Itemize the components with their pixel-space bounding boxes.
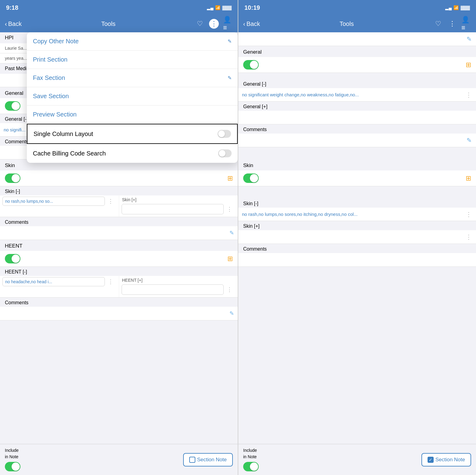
heent-toggle[interactable] [5,254,20,263]
right-nav-icons: ♡ ⋮ 👤≡ [433,19,471,29]
heent-neg-value: no headache,no head i... [2,277,105,286]
spacer-4 [238,186,476,192]
left-back-label[interactable]: Back [8,20,22,27]
right-status-bar: 10:19 ▂▄ 📶 ▓▓▓ [238,0,476,15]
spacer-2 [238,147,476,153]
right-include-toggle[interactable] [243,462,259,471]
dropdown-menu: Copy Other Note ✎ Print Section Fax Sect… [27,32,238,163]
right-general-org-icon[interactable]: ⊞ [466,61,471,69]
left-section-note-button[interactable]: Section Note [183,453,233,466]
right-general-neg-dots[interactable]: ⋮ [461,91,476,98]
heart-icon[interactable]: ♡ [195,19,205,29]
chevron-left-icon: ‹ [5,20,7,27]
skin-neg-label: Skin [-] [0,186,238,195]
right-skin-org-icon[interactable]: ⊞ [466,174,471,182]
heent-org-icon[interactable]: ⊞ [227,255,233,263]
skin-pos-dots[interactable]: ⋮ [224,206,235,212]
right-menu-dots-icon[interactable]: ⋮ [447,19,457,29]
comments-field-2[interactable]: ✎ [0,226,238,240]
right-nav-title: Tools [264,20,430,27]
right-general-toggle[interactable] [243,60,259,70]
right-heart-icon[interactable]: ♡ [433,19,443,29]
edit-pencil-2[interactable]: ✎ [226,230,238,236]
left-nav-bar: ‹ Back Tools ♡ ⋮ 👤≡ [0,15,238,32]
right-checkbox-icon: ✓ [428,457,434,463]
top-empty-field[interactable]: ✎ [238,32,476,46]
right-comments-label-2: Comments [238,244,476,253]
heent-pos-value [122,284,224,295]
right-skin-toggle[interactable] [243,173,259,183]
right-skin-neg-field[interactable]: no rash,no lumps,no sores,no itching,no … [238,208,476,221]
right-skin-pos-value [238,230,461,244]
right-panel: 10:19 ▂▄ 📶 ▓▓▓ ‹ Back Tools ♡ ⋮ 👤≡ ✎ Gen… [238,0,476,475]
top-edit-pencil[interactable]: ✎ [462,35,476,43]
left-nav-title: Tools [25,20,191,27]
heent-toggle-row: ⊞ [0,251,238,267]
left-include-label: Include [5,448,19,453]
general-toggle[interactable] [5,101,20,111]
skin-neg-dots[interactable]: ⋮ [105,198,116,205]
print-section-item[interactable]: Print Section [27,51,238,69]
skin-toggle[interactable] [5,173,20,183]
cache-billing-item[interactable]: Cache Billing Code Search [27,144,238,163]
single-column-layout-item[interactable]: Single Column Layout [27,124,238,144]
left-in-note-label: in Note [5,454,18,459]
heent-neg-dots[interactable]: ⋮ [105,278,116,285]
right-back-label[interactable]: Back [247,20,260,27]
right-chevron-left-icon: ‹ [243,20,245,27]
wifi-icon: 📶 [215,5,220,10]
hpi-sub-value: years yea... [5,56,27,61]
left-include-toggle[interactable] [5,462,20,471]
right-profile-list-icon[interactable]: 👤≡ [461,19,471,29]
heent-pos-dots[interactable]: ⋮ [224,286,235,293]
hpi-value: Laurie Sa... [5,46,27,51]
right-general-pos-label: General [+] [238,102,476,111]
skin-pos-field[interactable]: ⋮ [119,203,238,217]
left-bottom-bar: Include in Note Section Note [0,444,238,475]
right-skin-neg-dots[interactable]: ⋮ [461,211,476,218]
copy-note-label: Copy Other Note [33,38,79,45]
right-comments-field-2[interactable] [238,253,476,267]
save-section-item[interactable]: Save Section [27,87,238,105]
menu-dots-icon[interactable]: ⋮ [209,19,219,29]
left-back-button[interactable]: ‹ Back [5,20,22,27]
right-comments-field-1[interactable]: ✎ [238,134,476,147]
comments-label-3: Comments [0,298,238,307]
skin-neg-field[interactable]: no rash,no lumps,no so... ⋮ [0,195,119,208]
right-section-note-label: Section Note [435,457,465,463]
heent-pos-col: HEENT [+] ⋮ [119,276,238,297]
comments-label-2: Comments [0,217,238,226]
fax-section-item[interactable]: Fax Section ✎ [27,69,238,87]
heent-pos-field[interactable]: ⋮ [119,283,238,297]
right-general-label: General [238,46,476,57]
right-skin-pos-dots[interactable]: ⋮ [461,233,476,241]
comments-field-3[interactable]: ✎ [0,307,238,320]
left-include-note: Include in Note [5,448,20,471]
right-edit-pencil-1[interactable]: ✎ [462,137,476,144]
right-general-neg-field[interactable]: no significant weight change,no weakness… [238,88,476,102]
right-skin-pos-field[interactable]: ⋮ [238,230,476,244]
heent-neg-col: no headache,no head i... ⋮ [0,276,119,297]
single-column-toggle[interactable] [218,130,231,138]
left-checkbox-icon [189,457,195,463]
skin-pos-value [122,204,224,214]
preview-section-item[interactable]: Preview Section [27,105,238,124]
heent-neg-field[interactable]: no headache,no head i... ⋮ [0,276,119,289]
left-status-icons: ▂▄ 📶 ▓▓▓ [207,5,232,10]
skin-neg-value: no rash,no lumps,no so... [2,197,105,206]
left-status-bar: 9:18 ▂▄ 📶 ▓▓▓ [0,0,238,15]
skin-org-icon[interactable]: ⊞ [227,174,233,182]
copy-other-note-item[interactable]: Copy Other Note ✎ [27,32,238,51]
right-general-pos-field[interactable] [238,111,476,124]
left-section-note-label: Section Note [197,457,227,463]
skin-neg-col: no rash,no lumps,no so... ⋮ [0,195,119,217]
right-comments-label-1: Comments [238,124,476,134]
comments-input-2[interactable] [0,226,226,240]
right-section-note-button[interactable]: ✓ Section Note [421,453,471,466]
profile-list-icon[interactable]: 👤≡ [223,19,233,29]
comments-input-3[interactable] [0,307,226,320]
cache-billing-toggle[interactable] [218,149,232,157]
right-back-button[interactable]: ‹ Back [243,20,260,27]
edit-pencil-3[interactable]: ✎ [226,310,238,317]
skin-fields-row: no rash,no lumps,no so... ⋮ Skin [+] ⋮ [0,195,238,217]
